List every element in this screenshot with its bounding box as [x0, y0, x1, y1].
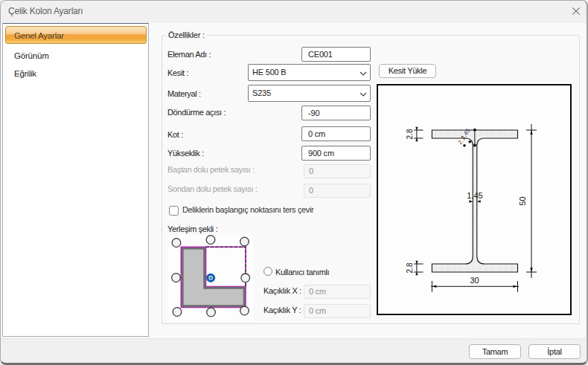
- svg-text:50: 50: [518, 196, 527, 205]
- svg-text:1.45: 1.45: [467, 191, 482, 200]
- svg-text:2.8: 2.8: [406, 129, 414, 139]
- svg-text:30: 30: [470, 276, 479, 285]
- svg-text:2.8: 2.8: [406, 262, 414, 273]
